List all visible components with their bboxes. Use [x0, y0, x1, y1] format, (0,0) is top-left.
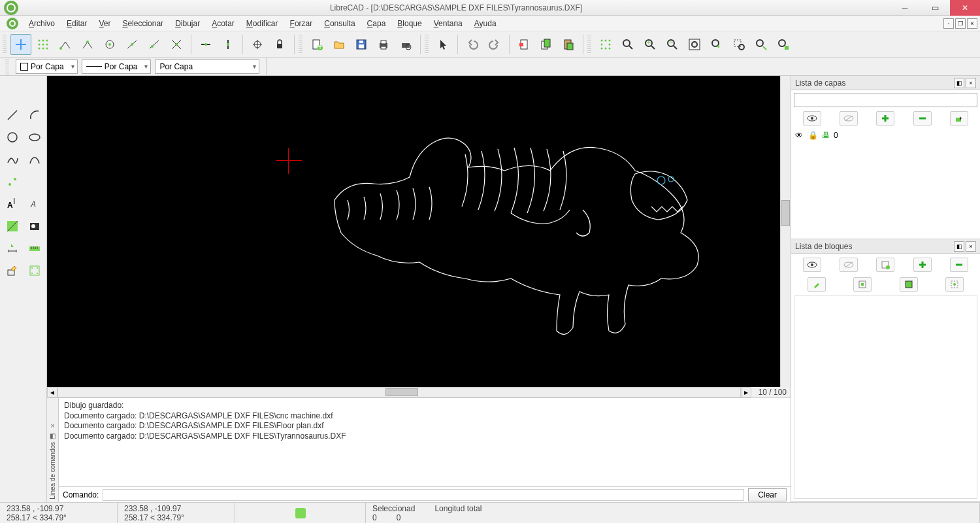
block-save-button[interactable]	[900, 277, 918, 292]
snap-grid-button[interactable]	[33, 34, 54, 55]
vertical-scrollbar[interactable]	[780, 76, 791, 387]
toolbar-grip[interactable]	[425, 35, 429, 54]
toolbar-grip[interactable]	[299, 35, 302, 54]
lock-icon[interactable]: 🔒	[808, 131, 818, 140]
polyline-tool-button[interactable]	[24, 149, 45, 170]
snap-center-button[interactable]	[99, 34, 120, 55]
menu-ver[interactable]: Ver	[93, 18, 116, 29]
text-tool-button[interactable]: A	[24, 194, 45, 214]
zoom-in-button[interactable]: +	[640, 34, 661, 55]
hscroll-right-button[interactable]: ▸	[741, 387, 751, 397]
new-file-button[interactable]: +	[306, 34, 327, 55]
menu-dibujar[interactable]: Dibujar	[170, 18, 205, 29]
snap-intersection-button[interactable]	[166, 34, 187, 55]
snap-on-entity-button[interactable]	[77, 34, 98, 55]
layer-edit-button[interactable]	[950, 111, 968, 126]
save-file-button[interactable]	[351, 34, 372, 55]
command-input[interactable]	[103, 489, 744, 501]
snap-distance-button[interactable]	[144, 34, 165, 55]
copy-button[interactable]	[536, 34, 557, 55]
menu-seleccionar[interactable]: Seleccionar	[117, 18, 169, 29]
arc-tool-button[interactable]	[24, 105, 45, 126]
block-create-button[interactable]	[876, 258, 894, 272]
menu-ventana[interactable]: Ventana	[429, 18, 468, 29]
menu-ayuda[interactable]: Ayuda	[469, 18, 502, 29]
undo-button[interactable]	[462, 34, 483, 55]
print-preview-button[interactable]	[395, 34, 416, 55]
mtext-tool-button[interactable]: AI	[2, 194, 23, 214]
line-tool-button[interactable]	[2, 105, 23, 126]
spline-tool-button[interactable]	[2, 149, 23, 170]
image-tool-button[interactable]	[24, 216, 45, 237]
layer-remove-button[interactable]	[913, 111, 932, 126]
menu-consulta[interactable]: Consulta	[319, 18, 360, 29]
menu-archivo[interactable]: Archivo	[24, 18, 60, 29]
block-add-button[interactable]	[913, 258, 932, 272]
zoom-out-button[interactable]: −	[662, 34, 683, 55]
menu-editar[interactable]: Editar	[61, 18, 92, 29]
menu-capa[interactable]: Capa	[362, 18, 391, 29]
restrict-vertical-button[interactable]	[218, 34, 238, 55]
block-remove-button[interactable]	[950, 258, 968, 272]
menu-bloque[interactable]: Bloque	[392, 18, 427, 29]
redo-button[interactable]	[484, 34, 505, 55]
zoom-window-button[interactable]	[728, 34, 749, 55]
cut-button[interactable]	[514, 34, 534, 55]
panel-float-button[interactable]: ◧	[954, 78, 964, 88]
block-rename-button[interactable]	[808, 277, 826, 292]
ellipse-tool-button[interactable]	[24, 127, 45, 148]
open-file-button[interactable]	[329, 34, 350, 55]
horizontal-scrollbar[interactable]	[57, 387, 741, 397]
layer-filter-input[interactable]	[794, 93, 977, 107]
block-list[interactable]	[794, 295, 977, 499]
print-icon[interactable]: 🖶	[822, 131, 830, 140]
set-relative-zero-button[interactable]	[247, 34, 268, 55]
panel-close-button[interactable]: ×	[966, 241, 976, 252]
block-hide-all-button[interactable]	[840, 258, 858, 272]
eye-icon[interactable]: 👁	[795, 131, 804, 140]
block-edit-button[interactable]	[853, 277, 872, 292]
lock-relative-zero-button[interactable]	[269, 34, 290, 55]
mdi-minimize-button[interactable]: -	[943, 18, 954, 29]
snap-endpoint-button[interactable]	[55, 34, 76, 55]
linetype-combo[interactable]: Por Capa	[155, 59, 259, 74]
menu-modificar[interactable]: Modificar	[241, 18, 284, 29]
close-button[interactable]: ✕	[950, 0, 980, 16]
restrict-horizontal-button[interactable]	[195, 34, 216, 55]
mdi-close-button[interactable]: ×	[967, 18, 977, 29]
color-combo[interactable]: Por Capa	[16, 59, 78, 74]
zoom-redraw-button[interactable]	[617, 34, 638, 55]
panel-float-button[interactable]: ◧	[954, 241, 964, 252]
menu-acotar[interactable]: Acotar	[206, 18, 240, 29]
hscroll-left-button[interactable]: ◂	[47, 387, 57, 397]
hatch-tool-button[interactable]	[2, 216, 23, 237]
paste-button[interactable]	[558, 34, 579, 55]
zoom-previous-button[interactable]	[706, 34, 727, 55]
zoom-pan-button[interactable]	[751, 34, 772, 55]
print-button[interactable]	[373, 34, 394, 55]
toolbar-grip[interactable]	[587, 35, 591, 54]
measure-tool-button[interactable]	[24, 238, 45, 259]
panel-close-button[interactable]: ×	[966, 78, 976, 88]
block-show-all-button[interactable]	[803, 258, 821, 272]
circle-tool-button[interactable]	[2, 127, 23, 148]
modify-tool-button[interactable]	[2, 260, 23, 281]
menu-forzar[interactable]: Forzar	[285, 18, 318, 29]
app-menu-icon[interactable]	[7, 18, 18, 29]
console-detach-icon[interactable]: ◧	[50, 432, 56, 439]
toolbar-grip[interactable]	[3, 35, 7, 54]
maximize-button[interactable]: ▭	[920, 0, 950, 16]
snap-free-button[interactable]	[10, 34, 31, 55]
console-tab[interactable]: × ◧ Línea de comandos	[47, 398, 59, 502]
layer-hide-all-button[interactable]	[840, 111, 858, 126]
block-insert-button[interactable]	[945, 277, 964, 292]
grid-toggle-button[interactable]	[595, 34, 616, 55]
linewidth-combo[interactable]: Por Capa	[82, 59, 152, 74]
pointer-button[interactable]	[433, 34, 453, 55]
toolbar-grip[interactable]	[5, 57, 9, 76]
layer-add-button[interactable]	[876, 111, 894, 126]
minimize-button[interactable]: ─	[890, 0, 920, 16]
point-tool-button[interactable]	[2, 171, 23, 192]
mdi-restore-button[interactable]: ❐	[955, 18, 966, 29]
console-close-icon[interactable]: ×	[51, 422, 55, 430]
